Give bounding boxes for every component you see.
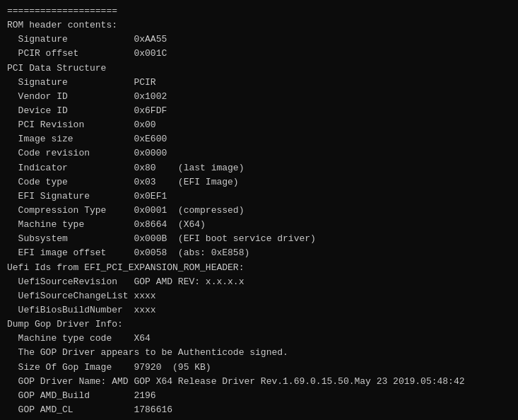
terminal-line: Device ID 0x6FDF: [7, 104, 511, 118]
terminal-line: GOP AMD_Build 2196: [7, 389, 511, 403]
terminal-line: PCI Revision 0x00: [7, 118, 511, 132]
terminal-line: UefiSourceChangeList xxxx: [7, 289, 511, 303]
terminal-line: ====================: [7, 4, 511, 18]
terminal-line: Signature PCIR: [7, 76, 511, 90]
terminal-line: PCI Data Structure: [7, 62, 511, 76]
terminal-line: Code type 0x03 (EFI Image): [7, 175, 511, 189]
terminal-line: EFI image offset 0x0058 (abs: 0xE858): [7, 246, 511, 260]
terminal-line: Machine type 0x8664 (X64): [7, 218, 511, 232]
terminal-line: PCIR offset 0x001C: [7, 47, 511, 61]
terminal-line: The GOP Driver appears to be Authenticod…: [7, 346, 511, 360]
terminal-line: Code revision 0x0000: [7, 146, 511, 161]
terminal-line: Compression Type 0x0001 (compressed): [7, 204, 511, 218]
terminal-line: GOP AMD_CL 1786616: [7, 403, 511, 417]
terminal-line: Image size 0xE600: [7, 132, 511, 146]
terminal-line: Machine type code X64: [7, 332, 511, 346]
terminal-line: Vendor ID 0x1002: [7, 90, 511, 104]
terminal-window: ====================ROM header contents:…: [0, 0, 518, 420]
terminal-line: Size Of Gop Image 97920 (95 KB): [7, 361, 511, 375]
terminal-line: UefiBiosBuildNumber xxxx: [7, 303, 511, 317]
terminal-line: Indicator 0x80 (last image): [7, 161, 511, 175]
terminal-line: ROM header contents:: [7, 18, 511, 33]
terminal-line: Uefi Ids from EFI_PCI_EXPANSION_ROM_HEAD…: [7, 261, 511, 275]
terminal-line: Subsystem 0x000B (EFI boot service drive…: [7, 232, 511, 246]
terminal-line: EFI Signature 0x0EF1: [7, 189, 511, 204]
terminal-line: GOP BIOS_IDTF 0xDEADBEEF: [7, 417, 511, 420]
terminal-line: GOP Driver Name: AMD GOP X64 Release Dri…: [7, 375, 511, 389]
terminal-line: Dump Gop Driver Info:: [7, 317, 511, 332]
terminal-line: UefiSourceRevision GOP AMD REV: x.x.x.x: [7, 275, 511, 289]
terminal-line: Signature 0xAA55: [7, 33, 511, 47]
